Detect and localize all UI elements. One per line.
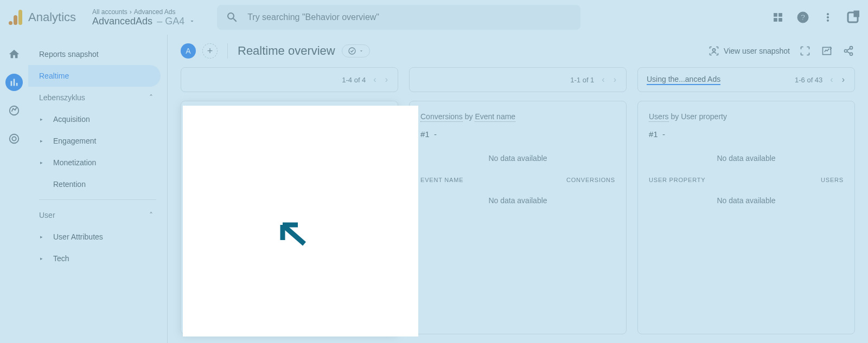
event-count-card: Event count by Event name #1 Impressions… (181, 101, 398, 334)
property-suffix: – GA4 (157, 16, 184, 27)
no-data-label: No data available (649, 154, 844, 163)
pager-text: 1-1 of 1 (570, 76, 594, 84)
rail-reports-icon[interactable] (5, 74, 23, 91)
svg-point-11 (10, 106, 19, 115)
rail-explore-icon[interactable] (5, 102, 23, 119)
top-event-count: 112 (192, 141, 218, 158)
share-icon[interactable] (842, 44, 855, 57)
table-row[interactable]: page_view77 (192, 206, 387, 223)
rail-advertising-icon[interactable] (5, 130, 23, 147)
help-icon[interactable]: ? (796, 11, 809, 24)
svg-point-18 (845, 50, 847, 53)
sidebar-group-user[interactable]: User ˄ (28, 204, 167, 226)
chevron-right-icon: › (130, 8, 132, 16)
event-name: scroll (192, 261, 210, 270)
chevron-up-icon: ˄ (149, 211, 153, 219)
apps-icon[interactable] (771, 11, 784, 24)
sidebar-engagement[interactable]: ▸Engagement (28, 130, 161, 152)
sidebar-acquisition[interactable]: ▸Acquisition (28, 108, 161, 130)
svg-rect-1 (779, 14, 782, 17)
card-title: Conversions by Event name (420, 112, 615, 121)
svg-rect-3 (779, 18, 782, 22)
analytics-logo-icon (9, 10, 24, 25)
top-rank: #1 - (649, 130, 844, 139)
svg-point-13 (12, 137, 16, 140)
pager-next-icon[interactable]: › (612, 75, 617, 85)
top-event-pct: 32.94% (192, 158, 218, 166)
svg-text:?: ? (800, 12, 805, 22)
svg-point-12 (10, 134, 19, 144)
sidebar-reports-snapshot[interactable]: Reports snapshot (28, 43, 161, 65)
card-title: Users by User property (649, 112, 844, 121)
search-input[interactable]: Try searching "Behavior overview" (217, 5, 580, 30)
card-title: Event count by Event name (192, 112, 387, 121)
sidebar-user-attributes[interactable]: ▸User Attributes (28, 226, 161, 248)
pager-text: 1-6 of 43 (795, 76, 822, 84)
table-header: EVENT NAMEEVENT COUNT (192, 177, 387, 190)
more-vert-icon[interactable] (821, 11, 834, 24)
svg-rect-10 (854, 11, 859, 17)
chevron-up-icon: ˄ (149, 93, 153, 102)
svg-point-6 (827, 14, 828, 15)
edit-chart-icon[interactable] (820, 44, 833, 57)
users-by-property-card: Users by User property #1 - No data avai… (637, 101, 855, 334)
rail-home-icon[interactable] (5, 46, 23, 63)
top-card-1: 1-4 of 4 ‹ › (181, 67, 398, 92)
event-count: 27 (378, 261, 387, 270)
search-icon (226, 11, 239, 24)
breadcrumb-parent: All accounts (92, 8, 127, 16)
pager-prev-icon[interactable]: ‹ (601, 75, 605, 85)
event-count: 35 (378, 244, 387, 253)
user-snapshot-icon (709, 46, 719, 56)
table-row[interactable]: Impressions112 (192, 190, 387, 206)
pager-prev-icon[interactable]: ‹ (372, 75, 377, 85)
sidebar-monetization[interactable]: ▸Monetization (28, 152, 161, 173)
no-data-label: No data available (420, 196, 615, 205)
view-user-snapshot-button[interactable]: View user snapshot (709, 46, 790, 56)
sidebar-realtime[interactable]: Realtime (28, 65, 161, 87)
svg-point-19 (850, 53, 853, 55)
table-row[interactable]: session_start35 (192, 240, 387, 257)
top-event-rank: #1 Impressions (192, 130, 387, 139)
svg-point-7 (827, 16, 828, 18)
sidebar: Reports snapshot Realtime Lebenszyklus ˄… (28, 35, 167, 343)
check-circle-icon (348, 47, 356, 55)
chevron-right-icon: ▸ (40, 117, 46, 122)
sidebar-retention[interactable]: ▸Retention (28, 173, 161, 195)
property-name: AdvancedAds (92, 16, 152, 27)
breadcrumb-child: Advanced Ads (134, 8, 176, 16)
table-row[interactable]: scroll27 (192, 257, 387, 274)
analytics-logo[interactable]: Analytics (9, 10, 76, 25)
page-title-dropdown[interactable] (342, 44, 370, 57)
chevron-right-icon: ▸ (40, 138, 46, 144)
fullscreen-icon[interactable] (799, 44, 812, 57)
dropdown-caret-icon (189, 18, 195, 24)
conversions-card: Conversions by Event name #1 - No data a… (409, 101, 627, 334)
event-name: page_view (192, 211, 228, 219)
svg-point-14 (349, 48, 355, 54)
add-segment-button[interactable]: + (202, 43, 218, 59)
account-icon[interactable] (846, 11, 859, 24)
table-header: USER PROPERTYUSERS (649, 173, 844, 186)
breadcrumb: All accounts › Advanced Ads (92, 8, 195, 16)
sparkline-chart (226, 142, 387, 166)
event-count: 112 (374, 194, 387, 203)
top-card-3: Using the...anced Ads 1-6 of 43 ‹ › (637, 67, 855, 92)
table-row[interactable]: user_engagement65 (192, 223, 387, 240)
pager-next-icon[interactable]: › (384, 75, 389, 85)
svg-point-17 (850, 47, 853, 49)
top-card-2: 1-1 of 1 ‹ › (409, 67, 627, 92)
segment-avatar[interactable]: A (181, 43, 196, 59)
chevron-right-icon: ▸ (40, 234, 46, 240)
chevron-right-icon: ▸ (40, 160, 46, 165)
table-row[interactable]: first_visit21 (192, 274, 387, 290)
svg-point-15 (713, 49, 716, 51)
pager-next-icon[interactable]: › (382, 315, 387, 323)
sidebar-tech[interactable]: ▸Tech (28, 248, 161, 269)
account-selector[interactable]: All accounts › Advanced Ads AdvancedAds … (92, 8, 195, 27)
pager-prev-icon[interactable]: ‹ (829, 75, 834, 85)
table-header: EVENT NAMECONVERSIONS (420, 173, 615, 186)
pager-next-icon[interactable]: › (841, 75, 846, 85)
sidebar-group-lifecycle[interactable]: Lebenszyklus ˄ (28, 87, 167, 108)
pager-prev-icon[interactable]: ‹ (371, 315, 375, 323)
